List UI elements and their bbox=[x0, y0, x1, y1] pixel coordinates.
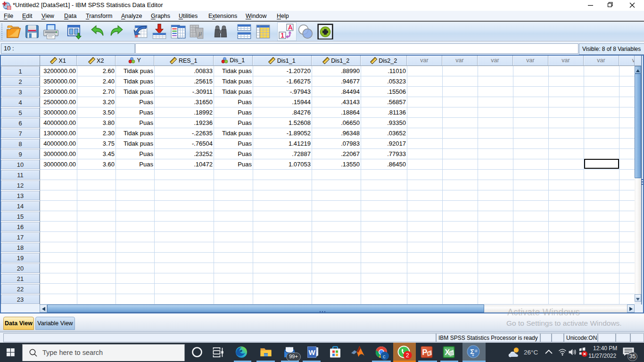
svg-text:X: X bbox=[445, 348, 450, 356]
svg-text:μ: μ bbox=[198, 30, 202, 37]
svg-text:1: 1 bbox=[281, 32, 284, 39]
svg-text:Σ: Σ bbox=[470, 348, 474, 355]
svg-text:A: A bbox=[288, 24, 293, 31]
svg-text:α: α bbox=[475, 348, 478, 353]
svg-text:c: c bbox=[383, 354, 386, 359]
svg-text:2: 2 bbox=[406, 352, 409, 359]
svg-text:W: W bbox=[309, 348, 316, 356]
svg-text:P: P bbox=[422, 348, 428, 356]
